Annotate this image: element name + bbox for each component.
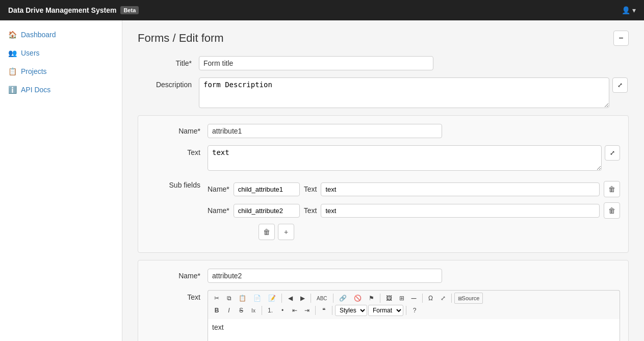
sidebar-item-api-docs[interactable]: ℹ️ API Docs bbox=[0, 81, 122, 99]
paste-button[interactable]: 📋 bbox=[236, 293, 249, 304]
attr2-text-label: Text bbox=[146, 290, 208, 301]
sub1-name-input[interactable] bbox=[234, 182, 300, 196]
app-name: Data Drive Management System bbox=[8, 6, 116, 14]
desc-expand-button[interactable]: ⤢ bbox=[612, 77, 628, 93]
attr2-text-row: Text ✂ ⧉ 📋 📄 📝 ◀ ▶ bbox=[146, 290, 620, 341]
subfield1-row: Name* Text 🗑 bbox=[208, 181, 620, 197]
user-icon: 👤 ▾ bbox=[622, 6, 636, 14]
add-subfield-button[interactable]: + bbox=[278, 224, 294, 240]
sub2-text-input[interactable] bbox=[321, 204, 600, 218]
spellcheck-button[interactable]: ABC bbox=[314, 293, 330, 304]
subfields-actions: 🗑 + bbox=[208, 224, 620, 240]
collapse-button[interactable]: − bbox=[613, 31, 629, 46]
sidebar-label-projects: Projects bbox=[21, 67, 47, 75]
source-button[interactable]: ⊞ Source bbox=[454, 293, 483, 304]
ol-button[interactable]: 1. bbox=[265, 305, 276, 316]
attr2-name-row: Name* bbox=[146, 269, 620, 283]
format-select[interactable]: Format bbox=[368, 305, 403, 316]
toolbar-sep1 bbox=[281, 294, 282, 303]
sub2-name-label: Name* bbox=[208, 206, 229, 215]
paste-text-button[interactable]: 📄 bbox=[250, 293, 264, 304]
toolbar-row1: ✂ ⧉ 📋 📄 📝 ◀ ▶ ABC 🔗 🚫 bbox=[211, 293, 616, 304]
attr1-name-label: Name* bbox=[146, 124, 208, 135]
desc-textarea[interactable]: form Description bbox=[199, 77, 609, 108]
bold-button[interactable]: B bbox=[211, 305, 222, 316]
special-char-button[interactable]: Ω bbox=[425, 293, 436, 304]
link-button[interactable]: 🔗 bbox=[336, 293, 350, 304]
attribute1-card: Name* Text text ⤢ Sub fields Name* bbox=[138, 115, 629, 253]
page-header: Forms / Edit form − bbox=[138, 31, 629, 46]
image-button[interactable]: 🖼 bbox=[383, 293, 395, 304]
toolbar-sep3 bbox=[333, 294, 333, 303]
table-button[interactable]: ⊞ bbox=[396, 293, 407, 304]
sub1-name-label: Name* bbox=[208, 185, 229, 193]
main-content: Forms / Edit form − Title* Description f… bbox=[122, 20, 644, 341]
subfield2-row: Name* Text 🗑 bbox=[208, 202, 620, 219]
subscript-button[interactable]: Ix bbox=[248, 305, 259, 316]
help-button[interactable]: ? bbox=[409, 305, 420, 316]
beta-badge: Beta bbox=[120, 6, 139, 14]
sub2-text-label: Text bbox=[304, 206, 317, 215]
sub2-name-input[interactable] bbox=[234, 204, 300, 218]
copy-button[interactable]: ⧉ bbox=[223, 293, 235, 304]
cut-button[interactable]: ✂ bbox=[211, 293, 222, 304]
maximize-button[interactable]: ⤢ bbox=[437, 293, 449, 304]
toolbar-sep9 bbox=[332, 306, 332, 315]
user-menu[interactable]: 👤 ▾ bbox=[622, 6, 636, 14]
sub2-delete-button[interactable]: 🗑 bbox=[604, 202, 620, 219]
attr2-name-input[interactable] bbox=[208, 269, 442, 283]
paste-word-button[interactable]: 📝 bbox=[265, 293, 279, 304]
title-label: Title* bbox=[138, 56, 199, 67]
layout: 🏠 Dashboard 👥 Users 📋 Projects ℹ️ API Do… bbox=[0, 20, 644, 341]
subfields-container: Name* Text 🗑 Name* Text 🗑 bbox=[208, 181, 620, 240]
toolbar-sep6 bbox=[451, 294, 452, 303]
sidebar-label-dashboard: Dashboard bbox=[21, 31, 56, 39]
navbar-brand: Data Drive Management System Beta bbox=[8, 6, 139, 14]
styles-select[interactable]: Styles bbox=[335, 305, 367, 316]
toolbar-sep4 bbox=[380, 294, 380, 303]
blockquote-button[interactable]: ❝ bbox=[318, 305, 329, 316]
description-row: Description form Description ⤢ bbox=[138, 77, 629, 108]
sidebar-label-users: Users bbox=[21, 49, 40, 57]
flag-button[interactable]: ⚑ bbox=[366, 293, 377, 304]
sidebar: 🏠 Dashboard 👥 Users 📋 Projects ℹ️ API Do… bbox=[0, 20, 122, 341]
toolbar-sep5 bbox=[422, 294, 423, 303]
indent-button[interactable]: ⇥ bbox=[301, 305, 313, 316]
attr1-expand-button[interactable]: ⤢ bbox=[605, 145, 620, 161]
attr1-name-input[interactable] bbox=[208, 124, 442, 138]
source-label: Source bbox=[462, 295, 480, 301]
sidebar-item-users[interactable]: 👥 Users bbox=[0, 44, 122, 62]
subfields-row: Sub fields Name* Text 🗑 Name* Text bbox=[146, 178, 620, 240]
attr1-text-textarea[interactable]: text bbox=[208, 145, 602, 171]
title-input[interactable] bbox=[199, 56, 433, 70]
unlink-button[interactable]: 🚫 bbox=[351, 293, 365, 304]
italic-button[interactable]: I bbox=[223, 305, 235, 316]
attr2-name-label: Name* bbox=[146, 269, 208, 280]
sub1-text-input[interactable] bbox=[321, 182, 600, 196]
desc-label: Description bbox=[138, 77, 199, 89]
sub1-delete-button[interactable]: 🗑 bbox=[604, 181, 620, 197]
toolbar-row2: B I S Ix 1. • ⇤ ⇥ ❝ bbox=[211, 305, 616, 316]
ul-button[interactable]: • bbox=[277, 305, 288, 316]
desc-wrapper: form Description ⤢ bbox=[199, 77, 629, 108]
source-icon: ⊞ bbox=[458, 296, 462, 301]
sub1-text-label: Text bbox=[304, 185, 317, 193]
attr1-text-label: Text bbox=[146, 145, 208, 156]
sidebar-item-dashboard[interactable]: 🏠 Dashboard bbox=[0, 25, 122, 44]
users-icon: 👥 bbox=[8, 49, 17, 57]
toolbar-sep8 bbox=[315, 306, 316, 315]
attr1-text-row: Text text ⤢ bbox=[146, 145, 620, 171]
delete-subfields-button[interactable]: 🗑 bbox=[259, 224, 275, 240]
attr1-name-row: Name* bbox=[146, 124, 620, 138]
redo-button[interactable]: ▶ bbox=[297, 293, 308, 304]
undo-button[interactable]: ◀ bbox=[285, 293, 296, 304]
outdent-button[interactable]: ⇤ bbox=[289, 305, 300, 316]
attr2-rich-editor[interactable]: text bbox=[208, 319, 620, 341]
hr-button[interactable]: — bbox=[408, 293, 420, 304]
toolbar-sep2 bbox=[311, 294, 311, 303]
strikethrough-button[interactable]: S bbox=[236, 305, 247, 316]
sidebar-item-projects[interactable]: 📋 Projects bbox=[0, 62, 122, 81]
page-title: Forms / Edit form bbox=[138, 32, 224, 45]
toolbar-sep10 bbox=[406, 306, 406, 315]
rich-toolbar: ✂ ⧉ 📋 📄 📝 ◀ ▶ ABC 🔗 🚫 bbox=[208, 290, 620, 319]
